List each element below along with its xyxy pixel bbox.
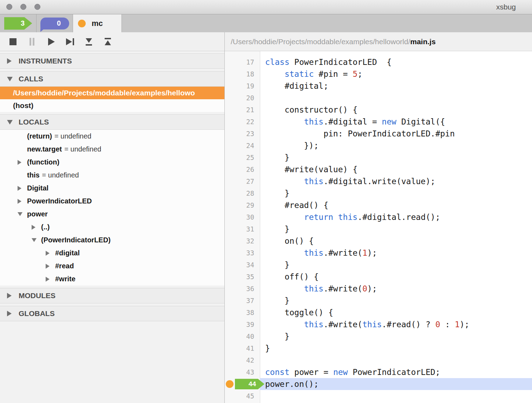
local-variable-row[interactable]: (PowerIndicatorLED) — [0, 234, 224, 247]
triangle-right-icon[interactable] — [18, 199, 21, 204]
code-text: this.#digital.write(value); — [260, 175, 532, 187]
line-number[interactable]: 40 — [225, 330, 260, 342]
line-number[interactable]: 35 — [225, 271, 260, 283]
code-token — [265, 320, 304, 329]
local-variable-row[interactable]: #digital — [0, 247, 224, 260]
line-number[interactable]: 38 — [225, 307, 260, 318]
line-number[interactable]: 21 — [225, 104, 260, 116]
line-number[interactable]: 33 — [225, 247, 260, 259]
line-number[interactable]: 32 — [225, 235, 260, 247]
triangle-right-icon[interactable] — [18, 160, 21, 165]
breakpoint-icon[interactable] — [226, 380, 234, 388]
messages-tab[interactable]: 0 — [37, 14, 73, 32]
stop-button[interactable] — [8, 36, 18, 47]
triangle-right-icon[interactable] — [46, 264, 50, 269]
code-token — [265, 213, 304, 222]
local-variable-row[interactable]: Digital — [0, 182, 224, 195]
section-header-calls[interactable]: CALLS — [0, 71, 224, 87]
line-number[interactable]: 19 — [225, 80, 260, 92]
local-variable-row[interactable]: #read — [0, 260, 224, 273]
line-number[interactable]: 28 — [225, 187, 260, 199]
local-variable-row[interactable]: (return)= undefined — [0, 130, 224, 143]
code-text: #write(value) { — [260, 163, 532, 175]
line-number[interactable]: 37 — [225, 295, 260, 307]
triangle-down-icon[interactable] — [32, 238, 37, 242]
pause-button[interactable] — [27, 36, 37, 47]
local-variable-row[interactable]: this= undefined — [0, 169, 224, 182]
local-variable-row[interactable]: PowerIndicatorLED — [0, 195, 224, 208]
code-text: } — [260, 223, 532, 235]
keyword-token: this — [304, 284, 323, 293]
code-token — [265, 248, 304, 257]
line-number[interactable]: 18 — [225, 68, 260, 80]
code-text: #digital; — [260, 80, 532, 92]
line-number[interactable]: 22 — [225, 116, 260, 128]
line-number[interactable]: 26 — [225, 163, 260, 175]
step-button[interactable] — [65, 36, 75, 47]
line-number[interactable]: 42 — [225, 354, 260, 366]
section-header-locals[interactable]: LOCALS — [0, 114, 224, 130]
code-token: Digital({ — [396, 117, 445, 126]
minimize-button[interactable] — [20, 4, 26, 10]
main-split: INSTRUMENTSCALLS/Users/hoddie/Projects/m… — [0, 32, 532, 403]
number-token: 0 — [435, 320, 440, 329]
section-header-instruments[interactable]: INSTRUMENTS — [0, 53, 224, 69]
line-number[interactable]: 25 — [225, 152, 260, 163]
code-line: 31 } — [225, 223, 532, 235]
section-header-modules[interactable]: MODULES — [0, 288, 224, 303]
debug-panel: INSTRUMENTSCALLS/Users/hoddie/Projects/m… — [0, 32, 225, 403]
number-token: 1 — [455, 320, 460, 329]
step-into-button[interactable] — [84, 36, 94, 47]
line-number[interactable]: 39 — [225, 318, 260, 330]
line-number[interactable]: 43 — [225, 366, 260, 378]
line-number[interactable]: 23 — [225, 128, 260, 140]
line-number[interactable]: 20 — [225, 92, 260, 104]
line-number[interactable]: 24 — [225, 140, 260, 152]
call-frame-row[interactable]: /Users/hoddie/Projects/moddable/examples… — [0, 87, 224, 99]
breakpoints-tab[interactable]: 3 — [0, 14, 37, 32]
code-line: 17class PowerIndicatorLED { — [225, 56, 532, 68]
line-number[interactable]: 30 — [225, 211, 260, 223]
call-frame-row[interactable]: (host) — [0, 99, 224, 112]
line-number[interactable]: 29 — [225, 199, 260, 211]
local-variable-row[interactable]: power — [0, 208, 224, 221]
triangle-right-icon[interactable] — [46, 277, 50, 282]
code-text: class PowerIndicatorLED { — [260, 56, 532, 68]
line-number[interactable]: 27 — [225, 175, 260, 187]
machine-tab-mc[interactable]: mc — [73, 14, 122, 32]
code-text: }); — [260, 140, 532, 152]
triangle-right-icon[interactable] — [32, 225, 35, 230]
triangle-right-icon[interactable] — [46, 251, 50, 256]
local-variable-row[interactable]: #write — [0, 273, 224, 286]
zoom-button[interactable] — [34, 4, 40, 10]
code-token: constructor() { — [265, 105, 357, 114]
local-variable-row[interactable]: (..) — [0, 221, 224, 234]
section-header-globals[interactable]: GLOBALS — [0, 306, 224, 321]
file-name: main.js — [410, 38, 435, 46]
keyword-token: new — [333, 368, 348, 377]
keyword-token: this — [304, 177, 323, 186]
triangle-down-icon[interactable] — [18, 212, 22, 216]
line-number[interactable]: 31 — [225, 223, 260, 235]
line-number[interactable]: 17 — [225, 56, 260, 68]
line-number[interactable]: 45 — [225, 390, 260, 402]
local-variable-row[interactable]: (function) — [0, 156, 224, 169]
line-number[interactable]: 41 — [225, 342, 260, 354]
file-path-prefix: /Users/hoddie/Projects/moddable/examples… — [231, 38, 410, 46]
triangle-right-icon — [7, 58, 12, 64]
variable-name: #write — [55, 275, 75, 283]
line-number[interactable]: 34 — [225, 259, 260, 271]
triangle-right-icon[interactable] — [18, 186, 21, 191]
section-label: MODULES — [19, 291, 55, 300]
step-out-button[interactable] — [103, 36, 113, 47]
section-modules: MODULES — [0, 288, 224, 303]
close-button[interactable] — [6, 4, 12, 10]
step-into-icon — [84, 37, 94, 47]
local-variable-row[interactable]: new.target= undefined — [0, 143, 224, 156]
code-text: off() { — [260, 271, 532, 283]
line-number[interactable]: 36 — [225, 283, 260, 295]
code-token: PowerIndicatorLED { — [289, 58, 392, 67]
line-number[interactable]: 44 — [225, 378, 260, 390]
triangle-right-icon — [7, 293, 12, 298]
run-button[interactable] — [46, 36, 56, 47]
